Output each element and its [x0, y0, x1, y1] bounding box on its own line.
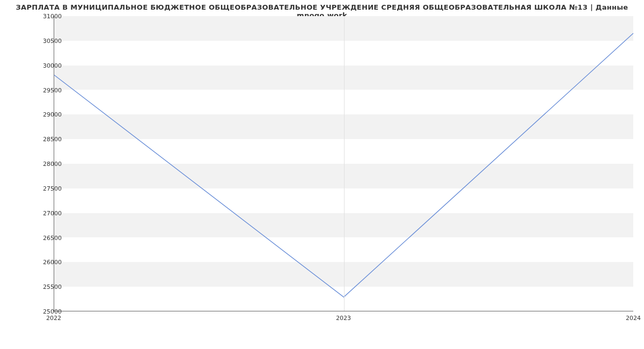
- y-tick-label: 30500: [35, 37, 62, 44]
- y-tick-label: 27000: [35, 209, 62, 216]
- chart-container: ЗАРПЛАТА В МУНИЦИПАЛЬНОЕ БЮДЖЕТНОЕ ОБЩЕО…: [0, 0, 644, 349]
- y-tick-label: 31000: [35, 13, 62, 20]
- x-tick-label: 2022: [46, 315, 61, 322]
- y-tick-label: 27500: [35, 185, 62, 192]
- x-tick-label: 2023: [336, 315, 351, 322]
- y-tick-label: 26000: [35, 259, 62, 266]
- y-tick-label: 29500: [35, 86, 62, 93]
- x-tick-label: 2024: [626, 315, 641, 322]
- grid-vertical: [344, 16, 345, 311]
- y-tick-label: 26500: [35, 234, 62, 241]
- y-tick-label: 29000: [35, 111, 62, 118]
- plot-area: [54, 16, 633, 311]
- y-tick-label: 30000: [35, 62, 62, 69]
- y-tick-label: 25500: [35, 283, 62, 290]
- y-tick-label: 28000: [35, 161, 62, 168]
- y-tick-label: 25000: [35, 308, 62, 315]
- y-tick-label: 28500: [35, 136, 62, 143]
